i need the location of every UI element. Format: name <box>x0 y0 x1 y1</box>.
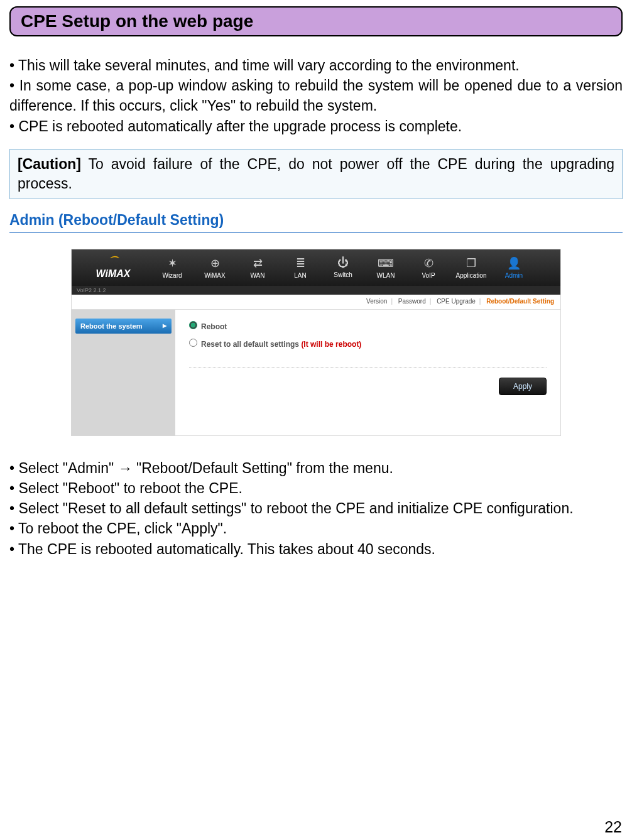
nav-label: WiMAX <box>204 272 225 279</box>
nav-voip[interactable]: ✆VoIP <box>407 249 450 286</box>
sidebar-reboot-button[interactable]: Reboot the system ▶ <box>75 319 172 334</box>
reset-radio[interactable] <box>189 339 197 347</box>
instruction-bullet: • To reboot the CPE, click "Apply". <box>9 518 623 538</box>
wlan-icon: ⌨ <box>378 256 394 270</box>
intro-bullet: • This will take several minutes, and ti… <box>9 55 623 75</box>
caution-text: To avoid failure of the CPE, do not powe… <box>18 156 614 192</box>
top-nav-bar: ⌒ WiMAX ✶Wizard ⊕WiMAX ⇄WAN ≣LAN ⏻Switch… <box>72 249 560 286</box>
instruction-bullet: • Select "Admin" → "Reboot/Default Setti… <box>9 458 623 478</box>
sidebar-btn-label: Reboot the system <box>80 322 142 330</box>
main-panel: Reboot Reset to all default settings (It… <box>175 310 560 435</box>
voip-icon: ✆ <box>424 256 433 270</box>
intro-bullet: • CPE is rebooted automatically after th… <box>9 116 623 136</box>
subtab-version[interactable]: Version <box>366 298 387 305</box>
section-heading: Admin (Reboot/Default Setting) <box>9 212 623 233</box>
wimax-logo: ⌒ WiMAX <box>75 255 151 280</box>
admin-screenshot: ⌒ WiMAX ✶Wizard ⊕WiMAX ⇄WAN ≣LAN ⏻Switch… <box>71 249 561 436</box>
wizard-icon: ✶ <box>168 256 177 270</box>
wan-icon: ⇄ <box>253 256 263 270</box>
nav-admin[interactable]: 👤Admin <box>493 249 535 286</box>
reset-option-row: Reset to all default settings (It will b… <box>189 339 547 349</box>
nav-label: Switch <box>334 271 352 278</box>
page-number: 22 <box>604 818 622 836</box>
reset-warning: (It will be reboot) <box>301 340 361 349</box>
nav-wlan[interactable]: ⌨WLAN <box>364 249 407 286</box>
content-area: Reboot the system ▶ Reboot Reset to all … <box>72 310 560 435</box>
page-title-bar: CPE Setup on the web page <box>9 6 623 36</box>
sub-nav: Version| Password| CPE Upgrade| Reboot/D… <box>72 295 560 310</box>
subtab-cpe-upgrade[interactable]: CPE Upgrade <box>437 298 476 305</box>
apply-wrap: Apply <box>189 378 547 395</box>
separator: | <box>391 298 393 305</box>
instruction-bullet: • The CPE is rebooted automatically. Thi… <box>9 539 623 559</box>
subtab-reboot-default[interactable]: Reboot/Default Setting <box>486 298 554 305</box>
caution-label: [Caution] <box>18 156 81 172</box>
nav-wan[interactable]: ⇄WAN <box>236 249 279 286</box>
nav-wizard[interactable]: ✶Wizard <box>151 249 193 286</box>
nav-wimax[interactable]: ⊕WiMAX <box>193 249 236 286</box>
lan-icon: ≣ <box>296 256 305 270</box>
nav-label: VoIP <box>422 272 435 279</box>
reboot-label: Reboot <box>201 322 227 331</box>
wimax-icon: ⊕ <box>210 256 220 270</box>
nav-label: Wizard <box>162 272 182 279</box>
nav-label: Admin <box>505 272 523 279</box>
admin-icon: 👤 <box>507 256 521 270</box>
application-icon: ❐ <box>466 256 476 270</box>
nav-label: LAN <box>294 272 306 279</box>
intro-text: • This will take several minutes, and ti… <box>9 55 623 136</box>
divider <box>189 368 547 368</box>
reboot-option-row: Reboot <box>189 321 547 331</box>
caution-box: [Caution] To avoid failure of the CPE, d… <box>9 149 623 199</box>
instructions-text: • Select "Admin" → "Reboot/Default Setti… <box>9 458 623 559</box>
reset-label: Reset to all default settings <box>201 340 299 349</box>
page-title: CPE Setup on the web page <box>21 11 253 31</box>
nav-application[interactable]: ❐Application <box>450 249 493 286</box>
main-nav: ✶Wizard ⊕WiMAX ⇄WAN ≣LAN ⏻Switch ⌨WLAN ✆… <box>151 249 557 286</box>
sidebar: Reboot the system ▶ <box>72 310 175 435</box>
subtab-password[interactable]: Password <box>398 298 426 305</box>
separator: | <box>430 298 432 305</box>
reboot-radio[interactable] <box>189 321 197 329</box>
version-label: VoIP2 2.1.2 <box>72 286 560 295</box>
nav-label: WAN <box>251 272 265 279</box>
nav-lan[interactable]: ≣LAN <box>279 249 322 286</box>
nav-label: WLAN <box>377 272 395 279</box>
apply-button[interactable]: Apply <box>499 378 547 395</box>
nav-switch[interactable]: ⏻Switch <box>322 249 364 286</box>
instruction-bullet: • Select "Reboot" to reboot the CPE. <box>9 478 623 498</box>
intro-bullet: • In some case, a pop-up window asking t… <box>9 75 623 116</box>
switch-icon: ⏻ <box>337 256 349 270</box>
instruction-bullet: • Select "Reset to all default settings"… <box>9 498 623 518</box>
separator: | <box>479 298 481 305</box>
nav-label: Application <box>456 272 487 279</box>
chevron-right-icon: ▶ <box>163 323 166 329</box>
